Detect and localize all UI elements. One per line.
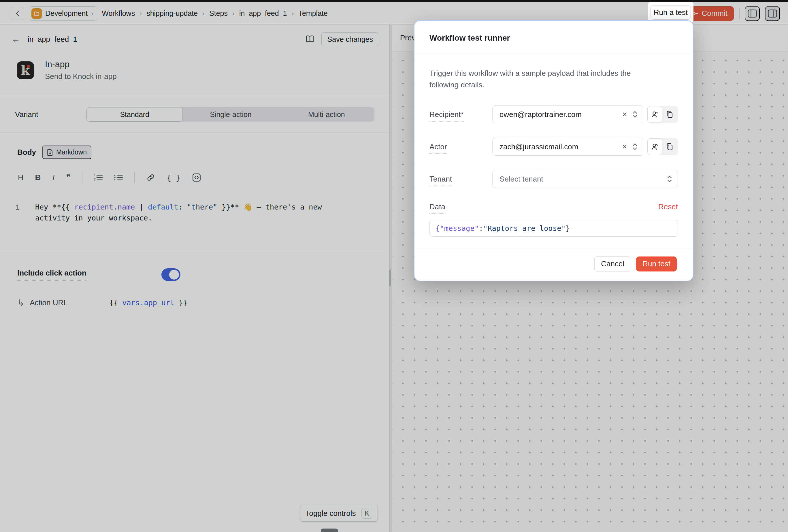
modal-body: Trigger this workflow with a sample payl… [414, 55, 693, 247]
user-icon [651, 143, 658, 151]
recipient-tools [647, 106, 678, 123]
modal-description: Trigger this workflow with a sample payl… [430, 67, 657, 91]
actor-label: Actor [430, 142, 492, 151]
data-field-head: Data Reset [430, 202, 678, 211]
recipient-value[interactable]: owen@raptortrainer.com [499, 110, 617, 119]
recipient-copy-button[interactable] [662, 106, 677, 123]
modal-header: Workflow test runner [414, 21, 693, 55]
cancel-button[interactable]: Cancel [594, 256, 631, 272]
data-json-input[interactable]: {"message": "Raptors are loose"} [430, 220, 678, 237]
recipient-combobox[interactable]: owen@raptortrainer.com ✕ [492, 105, 643, 123]
reset-data-button[interactable]: Reset [658, 202, 678, 211]
modal-footer: Cancel Run test [414, 247, 693, 281]
recipient-field-row: Recipient* owen@raptortrainer.com ✕ [430, 105, 678, 123]
recipient-label: Recipient* [430, 110, 492, 119]
copy-icon [666, 143, 673, 151]
data-label: Data [430, 202, 492, 211]
modal-title: Workflow test runner [430, 34, 510, 43]
actor-field-row: Actor zach@jurassicmail.com ✕ [430, 138, 678, 156]
tenant-placeholder: Select tenant [499, 175, 543, 183]
run-test-button[interactable]: Run test [636, 256, 677, 272]
recipient-user-picker-button[interactable] [647, 106, 662, 123]
run-a-test-button[interactable]: Run a test [651, 5, 691, 20]
tenant-select[interactable]: Select tenant [492, 170, 678, 188]
actor-chevrons-icon[interactable] [632, 143, 638, 151]
actor-tools [647, 138, 678, 155]
tenant-label: Tenant [430, 175, 492, 183]
actor-clear-button[interactable]: ✕ [622, 143, 628, 151]
tenant-field-row: Tenant Select tenant [430, 170, 678, 188]
recipient-clear-button[interactable]: ✕ [622, 111, 628, 118]
recipient-chevrons-icon[interactable] [632, 111, 638, 118]
actor-combobox[interactable]: zach@jurassicmail.com ✕ [492, 138, 643, 156]
actor-user-picker-button[interactable] [647, 138, 662, 155]
tenant-chevrons-icon [667, 175, 672, 183]
user-icon [651, 111, 658, 118]
workflow-test-runner-modal: Workflow test runner Trigger this workfl… [414, 20, 693, 281]
actor-copy-button[interactable] [662, 138, 677, 155]
actor-value[interactable]: zach@jurassicmail.com [499, 142, 617, 151]
copy-icon [666, 111, 673, 118]
